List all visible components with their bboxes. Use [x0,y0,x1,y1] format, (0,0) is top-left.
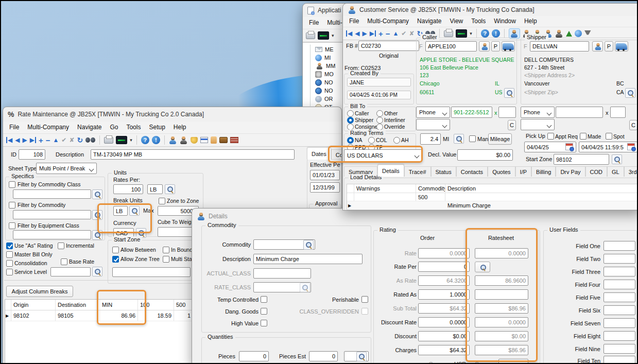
menu-navigate[interactable]: Navigate [417,18,441,25]
remove-record-icon[interactable]: − [46,136,50,144]
col-min[interactable]: MIN [100,300,138,310]
tab-3rd-gl[interactable]: 3rd GL [624,166,638,177]
discount-order-field[interactable]: $0.00 [418,331,470,341]
search-icon[interactable] [92,230,102,240]
search-icon[interactable] [165,184,175,194]
menu-file[interactable]: File [349,18,359,25]
start-zone-field[interactable]: 98102 [554,154,609,165]
caller-ext-field[interactable] [498,107,516,118]
tab-contacts[interactable]: Contacts [456,166,488,177]
caller-person-button[interactable] [479,41,490,51]
print-icon[interactable] [444,30,453,37]
rated-as-order-field[interactable]: 1.0000 [418,289,470,300]
up-icon[interactable]: ▲ [392,30,399,37]
monitor-icon[interactable] [456,29,467,38]
mileage-button[interactable]: Mileage [488,133,512,145]
in-bound-checkbox[interactable] [163,247,169,253]
firewall-icon[interactable] [230,137,238,143]
spot-checkbox[interactable] [606,133,612,140]
fb-field[interactable]: C02730 [358,41,419,51]
rates-unit-field[interactable]: LB [147,184,163,194]
incremental-checkbox[interactable] [58,242,64,249]
master-bill-only-checkbox[interactable] [6,251,13,258]
service-level-field[interactable] [50,267,91,276]
breaks-data-row[interactable]: ▶ 98102 98105 86.96 18.59 1 [5,310,193,321]
cell-description[interactable]: Minimum Charge [445,201,637,210]
zone-to-zone-checkbox[interactable] [159,198,165,204]
cancel-icon[interactable]: ✘ [69,137,74,143]
caller-phone2-dropdown[interactable] [416,119,450,130]
caller-phone-type-dropdown[interactable]: Phone [416,107,450,118]
customer-icon[interactable] [169,136,177,144]
multi-start-checkbox[interactable] [163,256,169,263]
field-six-input[interactable] [603,305,635,315]
description-field[interactable]: Minimum Charge [253,254,363,264]
search-icon[interactable] [300,283,310,292]
actual-class-field[interactable] [253,268,311,279]
tab-dates[interactable]: Dates [307,147,331,160]
cell-500[interactable]: 1 [174,310,193,321]
discount-ratesheet-field[interactable]: $0.00 [475,331,528,341]
filter-equipment-class-checkbox[interactable] [9,222,15,229]
ratesheet-currency-field[interactable] [498,359,528,364]
cell-destination[interactable]: 98105 [56,310,100,321]
last-record-icon[interactable]: ▶ [370,30,376,37]
search-icon[interactable] [612,154,622,164]
chevron-down-icon[interactable]: ▾ [470,31,472,36]
rates-per-field[interactable]: 100 [113,184,143,194]
tab-status[interactable]: Status [431,166,456,177]
contacts-icon[interactable] [555,29,563,38]
refresh-icon[interactable]: ↻ [77,136,83,144]
calendar-icon[interactable] [565,143,573,150]
bill-to-caller-radio[interactable] [347,110,354,117]
rate-ratesheet-field[interactable]: 0.0000 [475,248,528,258]
add-record-icon[interactable]: + [39,136,43,144]
help-icon[interactable]: ? [141,136,149,144]
menu-go[interactable]: Go [110,124,118,131]
find-icon[interactable] [85,137,95,143]
menu-navigate[interactable]: Navigate [77,124,101,131]
man-checkbox[interactable] [469,135,476,142]
discount-rate-order-field[interactable]: 0.0000 [418,317,470,327]
col-100[interactable]: 100 [138,300,174,310]
sub-total-order-field[interactable]: $64.32 [418,303,470,314]
monitor-icon[interactable] [116,136,127,144]
search-icon[interactable] [92,267,102,276]
filter-commodity-field[interactable] [13,210,91,219]
bill-to-other-radio[interactable] [376,110,383,117]
web-user-icon[interactable] [575,30,582,37]
chevron-down-icon[interactable]: ▾ [130,137,132,143]
pieces-field[interactable]: 0 [239,351,269,361]
cell-origin[interactable]: 98102 [11,310,56,321]
col-destination[interactable]: Destination [56,300,100,310]
caller-phone-field[interactable]: 901-222-5512 [451,107,492,118]
first-record-icon[interactable]: ◀ [346,30,352,37]
search-icon[interactable] [625,88,635,98]
id-field[interactable]: 108 [19,149,45,160]
field-one-input[interactable] [603,241,635,251]
cancel-icon[interactable]: ✘ [409,30,414,37]
search-icon[interactable] [129,206,140,216]
tab-billing[interactable]: Billing [531,166,556,177]
next-record-icon[interactable]: ▶ [22,137,27,143]
col-500[interactable]: 500 [174,300,193,310]
tab-drv-pay[interactable]: Drv Pay [556,166,585,177]
col-warnings[interactable]: Warnings [354,184,416,193]
terms-ah-radio[interactable] [393,137,400,144]
shipper-van-button[interactable] [615,41,628,51]
search-icon[interactable] [92,189,102,199]
search-icon[interactable] [303,240,314,250]
tab-quotes[interactable]: Quotes [488,166,515,177]
as-rate-ratesheet-field[interactable]: 86.9600 [475,275,528,286]
adjust-column-breaks-button[interactable]: Adjust Column Breaks [6,286,73,297]
allow-zone-tree-checkbox[interactable] [112,256,119,263]
accept-icon[interactable]: ✔ [401,30,406,37]
shipper-phone-type-dropdown[interactable]: Phone [521,107,555,118]
field-five-input[interactable] [603,292,635,302]
shipper-phone2-dropdown[interactable] [521,119,555,130]
rate-per-search-button[interactable] [475,262,490,272]
menu-file[interactable]: File [9,124,19,131]
cell-100[interactable]: 18.59 [138,310,174,321]
tab-gl[interactable]: GL [607,166,624,177]
shipper-code-field[interactable]: DELLVAN [530,41,589,51]
